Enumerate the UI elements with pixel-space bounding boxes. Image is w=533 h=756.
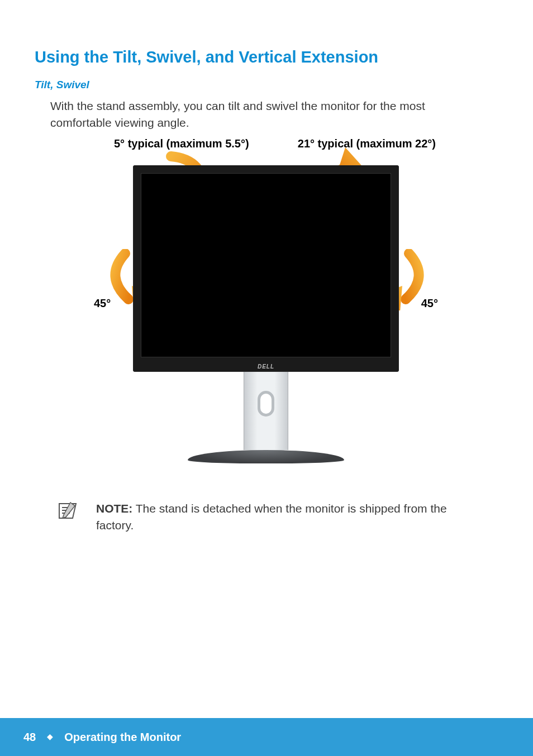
tilt-swivel-diagram: 5° typical (maximum 5.5°) 21° typical (m… xyxy=(93,137,439,478)
page-footer: 48 ◆ Operating the Monitor xyxy=(0,718,533,756)
tilt-back-label: 5° typical (maximum 5.5°) xyxy=(114,137,249,150)
note-text: NOTE: The stand is detached when the mon… xyxy=(96,500,483,534)
diamond-icon: ◆ xyxy=(47,732,53,741)
note-body: The stand is detached when the monitor i… xyxy=(96,502,447,532)
subsection-heading: Tilt, Swivel xyxy=(35,79,497,91)
note-block: NOTE: The stand is detached when the mon… xyxy=(58,500,483,534)
section-heading: Using the Tilt, Swivel, and Vertical Ext… xyxy=(35,48,497,66)
monitor-brand-label: DELL xyxy=(258,363,274,370)
intro-paragraph: With the stand assembly, you can tilt an… xyxy=(50,98,480,132)
cable-hole-icon xyxy=(258,391,274,417)
monitor-illustration: DELL xyxy=(133,165,399,463)
note-label: NOTE: xyxy=(96,502,132,515)
note-icon xyxy=(58,501,77,520)
page-number: 48 xyxy=(23,731,36,744)
footer-section-title: Operating the Monitor xyxy=(64,731,181,744)
